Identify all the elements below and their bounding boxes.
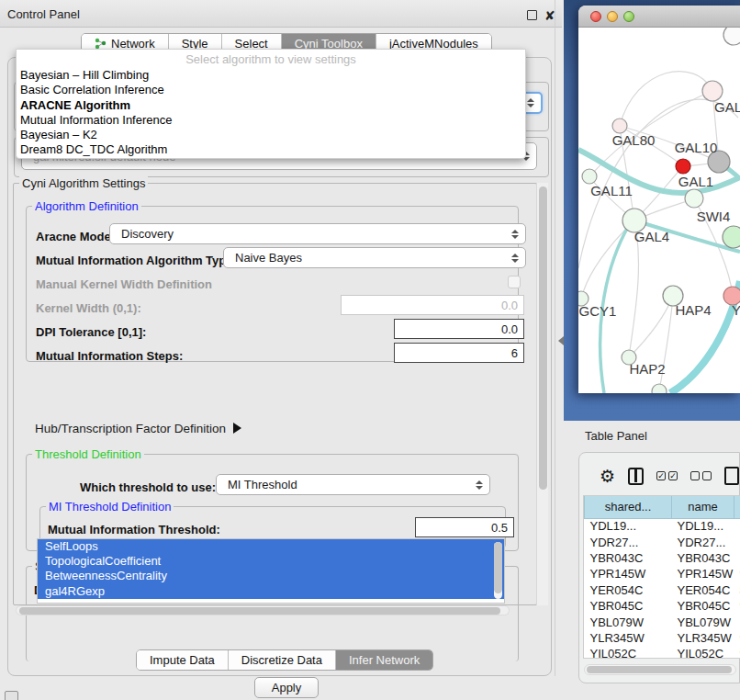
algorithm-definition-group: Algorithm Definition Aracne Mode: Discov… (26, 206, 519, 362)
table-row[interactable]: YDR27...YDR27...12 (585, 534, 740, 549)
algorithm-dropdown-placeholder: Select algorithm to view settings (17, 50, 525, 68)
manual-kernel-label: Manual Kernel Width Definition (36, 277, 212, 291)
manual-kernel-checkbox[interactable] (508, 276, 521, 288)
node-table[interactable]: shared...nameA YDL19...YDL19...13YDR27..… (583, 495, 740, 659)
mi-type-value: Naive Bayes (224, 251, 510, 265)
mi-type-combobox[interactable]: Naive Bayes (223, 247, 526, 268)
table-row[interactable]: YDL19...YDL19...13 (585, 518, 740, 534)
table-cell: 12 (734, 534, 740, 549)
algorithm-option[interactable]: Bayesian – K2 (17, 128, 525, 142)
algorithm-option[interactable]: Basic Correlation Inference (17, 83, 525, 97)
table-row[interactable]: YER054CYER054C8. (585, 582, 740, 598)
window-corner-icon[interactable] (5, 691, 18, 700)
data-attribute-item[interactable]: gal4RGexp (38, 584, 504, 599)
deselect-all-columns-icon[interactable] (690, 471, 712, 480)
data-attribute-item[interactable]: TopologicalCoefficient (38, 554, 504, 569)
algorithm-option[interactable]: Mutual Information Inference (17, 113, 525, 128)
aracne-mode-value: Discovery (110, 227, 510, 241)
network-node[interactable] (652, 384, 667, 393)
network-node[interactable] (676, 159, 690, 174)
network-node[interactable] (582, 169, 597, 184)
table-cell: YER054C (585, 582, 672, 598)
mi-steps-field[interactable]: 6 (394, 343, 524, 363)
tab-infer-network[interactable]: Infer Network (336, 650, 432, 670)
table-panel-title: Table Panel (585, 429, 647, 443)
select-all-columns-icon[interactable]: ✓✓ (656, 471, 678, 480)
network-node[interactable] (723, 28, 740, 45)
gear-icon[interactable]: ⚙ (600, 468, 615, 485)
aracne-mode-combobox[interactable]: Discovery (109, 223, 526, 244)
table-toolbar: ⚙ ✓✓ (587, 460, 740, 491)
table-cell (734, 614, 740, 629)
network-node[interactable] (612, 119, 627, 133)
apply-button-label: Apply (272, 681, 302, 694)
cyni-algorithm-settings-title: Cyni Algorithm Settings (19, 176, 148, 190)
table-column-header[interactable]: A (734, 496, 740, 518)
expand-arrow-icon[interactable] (233, 423, 241, 434)
network-node-label: SWI4 (697, 209, 731, 224)
table-panel: ⚙ ✓✓ shared...nameA YDL19...YDL19...13YD… (578, 452, 740, 683)
table-cell: 13 (734, 518, 740, 534)
threshold-definition-title: Threshold Definition (32, 447, 144, 461)
settings-vscrollbar[interactable] (536, 183, 548, 605)
table-row[interactable]: YBR045CYBR045C9. (585, 598, 740, 614)
combo-arrows-icon (475, 480, 483, 490)
tab-infer-network-label: Infer Network (349, 653, 420, 667)
table-row[interactable]: YIL052CYIL052C9 (585, 646, 740, 659)
close-icon[interactable]: ✘ (544, 8, 555, 23)
data-attribute-item[interactable]: BetweennessCentrality (38, 569, 504, 583)
table-cell: YDL19... (585, 518, 672, 534)
mi-threshold-field[interactable]: 0.5 (415, 517, 514, 537)
tab-discretize-data[interactable]: Discretize Data (229, 650, 336, 670)
settings-hscrollbar[interactable] (16, 605, 510, 615)
kernel-width-field[interactable]: 0.0 (341, 295, 524, 315)
float-window-icon[interactable] (527, 10, 537, 20)
table-hscrollbar[interactable] (584, 664, 736, 675)
hub-definition-section[interactable]: Hub/Transcription Factor Definition (35, 422, 241, 435)
dpi-tolerance-label: DPI Tolerance [0,1]: (36, 325, 146, 339)
data-attribute-item[interactable]: SelfLoops (38, 539, 504, 554)
table-row[interactable]: YPR145WYPR145W9. (585, 566, 740, 581)
dpi-tolerance-field[interactable]: 0.0 (394, 319, 524, 339)
cyni-algorithm-settings-group: Cyni Algorithm Settings Algorithm Defini… (13, 183, 537, 605)
table-row[interactable]: YLR345WYLR345W9. (585, 630, 740, 646)
table-row[interactable]: YBR043CYBR043C (585, 550, 740, 566)
mi-threshold-label: Mutual Information Threshold: (48, 523, 220, 536)
zoom-traffic-light-icon[interactable] (623, 11, 634, 22)
network-node[interactable] (723, 226, 740, 248)
table-cell: 8. (734, 582, 740, 598)
combo-arrows-icon (510, 254, 519, 263)
table-row[interactable]: YBL079WYBL079W (585, 614, 740, 629)
table-header-row[interactable]: shared...nameA (585, 496, 740, 518)
table-cell: YPR145W (672, 566, 734, 581)
network-node-label: GAL80 (612, 132, 656, 148)
new-column-icon[interactable] (724, 467, 739, 485)
algorithm-option[interactable]: Dream8 DC_TDC Algorithm (17, 142, 525, 157)
table-column-header[interactable]: name (672, 496, 734, 518)
table-cell: 9 (734, 646, 740, 659)
attributes-scrollbar[interactable] (494, 542, 502, 599)
table-cell: YBR045C (585, 598, 672, 614)
table-cell: YLR345W (585, 630, 672, 646)
network-window-titlebar[interactable] (578, 6, 740, 28)
control-panel-titlebar: Control Panel ✘ (0, 0, 562, 28)
kernel-width-label: Kernel Width (0,1): (36, 301, 141, 315)
cyni-bottom-tabs: Impute Data Discretize Data Infer Networ… (136, 649, 433, 671)
split-columns-icon[interactable] (628, 468, 644, 485)
tab-impute-data[interactable]: Impute Data (137, 650, 229, 670)
tab-impute-data-label: Impute Data (150, 653, 215, 667)
close-traffic-light-icon[interactable] (590, 11, 601, 22)
which-threshold-combobox[interactable]: MI Threshold (216, 474, 490, 495)
network-canvas[interactable]: GALGAL80GAL10GAL1GAL11GAL4SWI4GCY1HAP4YH… (578, 28, 740, 393)
mi-threshold-definition-title: MI Threshold Definition (46, 500, 174, 514)
algorithm-option[interactable]: ARACNE Algorithm (17, 98, 525, 113)
table-cell: YIL052C (585, 646, 672, 659)
minimize-traffic-light-icon[interactable] (607, 11, 618, 22)
data-attributes-list[interactable]: SelfLoopsTopologicalCoefficientBetweenne… (37, 538, 505, 604)
table-column-header[interactable]: shared... (585, 496, 672, 518)
apply-button[interactable]: Apply (254, 677, 319, 698)
network-node[interactable] (685, 189, 703, 208)
network-view-window[interactable]: GALGAL80GAL10GAL1GAL11GAL4SWI4GCY1HAP4YH… (578, 6, 740, 393)
network-node[interactable] (702, 81, 723, 101)
algorithm-option[interactable]: Bayesian – Hill Climbing (17, 68, 525, 83)
